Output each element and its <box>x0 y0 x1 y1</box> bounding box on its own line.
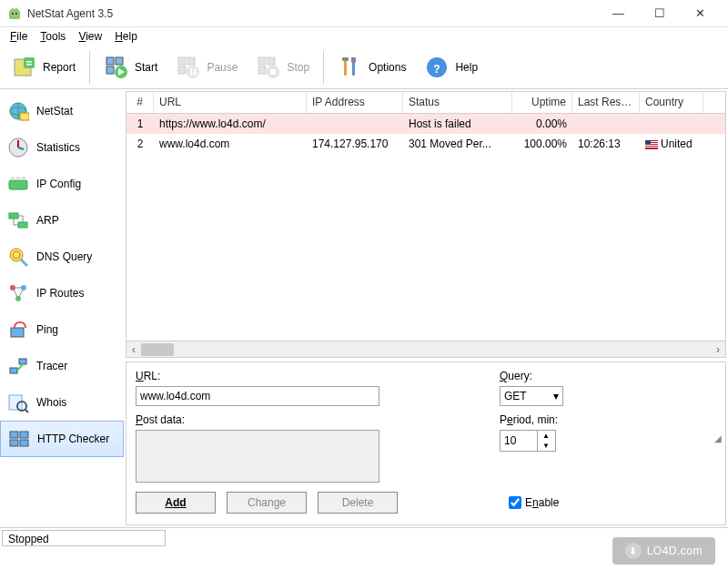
svg-rect-22 <box>258 66 266 74</box>
enable-checkbox[interactable]: Enable <box>509 496 559 509</box>
sidebar-item-tracer[interactable]: Tracer <box>0 348 124 384</box>
svg-rect-61 <box>10 440 18 446</box>
svg-rect-0 <box>9 10 20 19</box>
change-button: Change <box>227 492 307 514</box>
svg-rect-10 <box>116 57 123 65</box>
svg-line-51 <box>18 288 24 299</box>
sidebar-item-ping[interactable]: Ping <box>0 311 124 348</box>
spin-down-icon[interactable]: ▼ <box>538 441 554 451</box>
svg-rect-39 <box>16 177 20 180</box>
watermark: ⬇ LO4D.com <box>612 537 715 565</box>
stop-icon <box>256 55 281 80</box>
svg-rect-7 <box>26 61 32 63</box>
sidebar-item-label: Statistics <box>36 141 80 154</box>
svg-rect-25 <box>344 59 347 76</box>
table-row[interactable]: 2 www.lo4d.com 174.127.95.170 301 Moved … <box>126 134 725 154</box>
cell-lastresp <box>572 122 640 126</box>
cell-lastresp: 10:26:13 <box>572 136 640 152</box>
sidebar-item-statistics[interactable]: Statistics <box>0 129 124 166</box>
scroll-thumb[interactable] <box>141 343 174 356</box>
menu-file[interactable]: File <box>5 28 33 45</box>
options-button[interactable]: Options <box>329 50 414 85</box>
toolbar-separator <box>89 51 90 84</box>
report-label: Report <box>43 61 76 74</box>
col-country[interactable]: Country <box>640 92 703 113</box>
svg-rect-62 <box>20 440 28 446</box>
url-input[interactable] <box>136 386 379 406</box>
svg-rect-59 <box>10 432 18 438</box>
svg-rect-60 <box>20 432 28 438</box>
period-input[interactable] <box>500 433 537 449</box>
menu-help[interactable]: Help <box>109 28 143 45</box>
postdata-input[interactable] <box>136 430 379 483</box>
sidebar-item-label: NetStat <box>36 105 73 117</box>
svg-rect-19 <box>194 68 197 76</box>
add-button[interactable]: Add <box>136 492 216 514</box>
cell-country: United <box>640 136 703 152</box>
sidebar-item-arp[interactable]: ARP <box>0 202 124 239</box>
statistics-icon <box>7 137 29 158</box>
report-button[interactable]: Report <box>4 50 84 85</box>
period-spinner[interactable]: ▲ ▼ <box>500 430 556 452</box>
enable-checkbox-input[interactable] <box>509 496 521 509</box>
sidebar-item-label: IP Routes <box>36 287 84 300</box>
cell-uptime: 100.00% <box>512 136 572 152</box>
sidebar-item-ipconfig[interactable]: IP Config <box>0 166 124 202</box>
svg-rect-9 <box>106 57 114 65</box>
cell-uptime: 0.00% <box>512 116 572 132</box>
sidebar-item-whois[interactable]: Whois <box>0 384 124 421</box>
svg-rect-20 <box>258 57 266 65</box>
svg-rect-16 <box>178 66 186 74</box>
svg-line-55 <box>17 364 23 371</box>
pause-button: Pause <box>167 50 246 85</box>
col-status[interactable]: Status <box>403 92 512 113</box>
sidebar-item-label: Ping <box>36 323 58 336</box>
dnsquery-icon <box>7 246 29 268</box>
col-url[interactable]: URL <box>154 92 307 113</box>
horizontal-scrollbar[interactable]: ‹ › <box>126 341 725 357</box>
svg-rect-15 <box>187 57 195 65</box>
svg-rect-53 <box>10 368 17 373</box>
svg-rect-52 <box>11 328 24 337</box>
query-select[interactable]: GET ▾ <box>500 386 563 406</box>
svg-rect-41 <box>9 213 18 219</box>
spin-up-icon[interactable]: ▲ <box>538 431 554 441</box>
help-button[interactable]: ? Help <box>416 50 486 85</box>
maximize-button[interactable]: ☐ <box>639 1 680 26</box>
menu-tools[interactable]: Tools <box>35 28 71 45</box>
table-header: # URL IP Address Status Uptime Last Resp… <box>126 92 725 114</box>
menu-view[interactable]: View <box>73 28 107 45</box>
svg-rect-8 <box>26 64 32 66</box>
sidebar-item-iproutes[interactable]: IP Routes <box>0 275 124 311</box>
start-label: Start <box>135 61 157 74</box>
col-uptime[interactable]: Uptime <box>512 92 572 113</box>
svg-rect-27 <box>352 61 355 76</box>
close-button[interactable]: ✕ <box>680 1 721 26</box>
help-label: Help <box>455 61 478 74</box>
col-num[interactable]: # <box>126 92 154 113</box>
svg-rect-14 <box>178 57 186 65</box>
sidebar-item-label: HTTP Checker <box>37 433 109 445</box>
sidebar-item-httpchecker[interactable]: HTTP Checker <box>0 421 124 457</box>
app-icon <box>7 6 22 21</box>
col-ip[interactable]: IP Address <box>307 92 403 113</box>
scroll-right-icon[interactable]: › <box>711 341 725 358</box>
svg-rect-21 <box>268 57 275 65</box>
query-label: Query: <box>500 370 563 382</box>
table-row[interactable]: 1 https://www.lo4d.com/ Host is failed 0… <box>126 114 725 134</box>
cell-num: 2 <box>126 136 154 152</box>
minimize-button[interactable]: — <box>598 1 639 26</box>
report-icon <box>12 55 37 80</box>
start-button[interactable]: Start <box>96 50 166 85</box>
httpchecker-icon <box>8 428 30 450</box>
svg-point-4 <box>15 13 17 15</box>
sidebar-item-dnsquery[interactable]: DNS Query <box>0 239 124 275</box>
scroll-left-icon[interactable]: ‹ <box>126 341 141 358</box>
svg-point-17 <box>187 66 199 78</box>
resize-grip-icon[interactable]: ◢ <box>714 433 722 443</box>
query-value: GET <box>504 390 527 402</box>
sidebar-item-netstat[interactable]: NetStat <box>0 93 124 129</box>
col-lastresp[interactable]: Last Resp... <box>572 92 640 113</box>
start-icon <box>104 55 129 80</box>
cell-url: https://www.lo4d.com/ <box>154 116 307 132</box>
